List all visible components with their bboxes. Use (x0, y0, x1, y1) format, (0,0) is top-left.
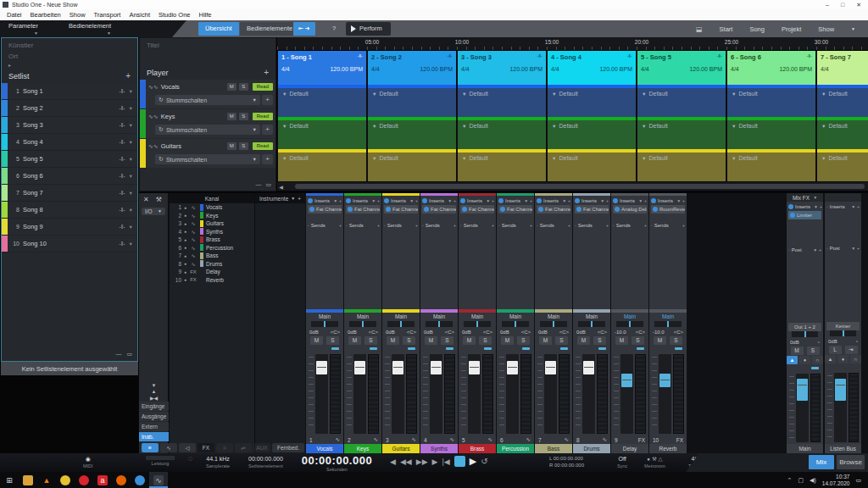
volume-value[interactable]: 0dB (309, 330, 319, 335)
song-io-icon[interactable]: -‖- (120, 156, 129, 162)
patch-selector[interactable]: ▼Default (637, 88, 726, 117)
add-song-button[interactable]: + (125, 71, 131, 80)
song-io-icon[interactable]: -‖- (120, 122, 129, 128)
pan-control[interactable] (792, 331, 818, 337)
add-send-button[interactable]: + (682, 223, 685, 228)
channel-name-plate[interactable]: Keys (344, 444, 381, 453)
mute-button[interactable]: M (227, 83, 236, 91)
solo-button[interactable]: S (807, 347, 820, 355)
chevron-down-icon[interactable]: ▼ (129, 208, 137, 213)
chevron-down-icon[interactable]: ▼ (129, 106, 137, 111)
tab-uebersicht[interactable]: Übersicht (198, 22, 239, 36)
patch-selector[interactable]: ▼Default (548, 120, 636, 149)
patch-selector[interactable]: ▼Default (458, 88, 546, 117)
ort-field[interactable]: Ort (2, 49, 137, 60)
channels-view-button[interactable]: ∿ (160, 443, 177, 452)
solo-button[interactable]: S (239, 113, 248, 120)
pan-control[interactable] (426, 321, 453, 327)
chevron-down-icon[interactable]: ▼ (676, 198, 681, 203)
add-insert-button[interactable]: + (339, 198, 342, 203)
horizontal-scrollbar[interactable]: ◀ (277, 182, 868, 191)
add-insert-button[interactable]: + (415, 198, 418, 203)
inserts-header[interactable]: Inserts ▼ + (459, 196, 496, 205)
volume-value[interactable]: 0dB (538, 330, 548, 335)
perform-button[interactable]: Perform (346, 22, 391, 36)
automation-indicator[interactable] (408, 347, 415, 350)
chevron-down-icon[interactable]: ▼ (371, 198, 376, 203)
solo-button[interactable]: S (239, 142, 248, 150)
inserts-header[interactable]: Inserts ▼ + (306, 196, 343, 205)
power-icon[interactable] (651, 198, 656, 203)
chevron-down-icon[interactable]: ▼ (333, 198, 337, 203)
page-tab-start[interactable]: Start (712, 25, 741, 33)
windows-start-button[interactable]: ⊞ (0, 472, 19, 488)
setlist-item[interactable]: 5 Song 5 -‖- ▼ (2, 151, 137, 168)
chevron-down-icon[interactable]: ▼ (129, 241, 137, 247)
output-device-button[interactable]: Keiner (826, 322, 860, 330)
scrollbar-thumb[interactable] (295, 184, 865, 189)
collapse-up-icon[interactable]: ▲ (139, 389, 169, 394)
channel-name-plate[interactable]: Bass (535, 444, 572, 453)
solo-button[interactable]: S (670, 336, 682, 345)
timeline-song-header[interactable]: 1 - Song 1 -‖- 4/4 120.00 BPM (278, 51, 366, 85)
channel-name-plate[interactable]: Brass (459, 444, 496, 453)
song-io-icon[interactable]: -‖- (120, 190, 129, 196)
chat-icon[interactable]: ▢ (798, 477, 804, 484)
patch-selector[interactable]: ▼Default (727, 152, 815, 181)
add-player-button[interactable]: + (264, 68, 269, 77)
add-instrument-button[interactable]: + (298, 196, 301, 202)
add-insert-button[interactable]: + (377, 198, 380, 203)
fader[interactable] (834, 373, 847, 442)
volume-value[interactable]: 0dB (828, 339, 837, 344)
channel-list-row[interactable]: 3 ● ∿ Guitars (170, 219, 254, 228)
add-insert-button[interactable]: + (492, 198, 494, 203)
page-tab-show[interactable]: Show (810, 25, 842, 33)
volume-value[interactable]: 0dB (386, 330, 395, 335)
patch-selector[interactable]: ▼Default (278, 152, 366, 181)
output-route[interactable]: Main (306, 313, 343, 321)
remote-button[interactable]: Fernbed. (272, 443, 304, 452)
bell-icon[interactable] (56, 472, 75, 488)
add-send-button[interactable]: + (453, 223, 456, 228)
mute-button[interactable]: M (463, 336, 476, 345)
chevron-down-icon[interactable]: ▼ (129, 140, 137, 145)
expand-icon[interactable]: ▸ (2, 60, 137, 68)
channel-name-plate[interactable]: Guitars (382, 444, 420, 453)
volume-value[interactable]: -10.0 (653, 330, 665, 335)
power-icon[interactable] (498, 198, 504, 203)
chevron-down-icon[interactable]: ▼ (600, 198, 604, 203)
power-icon[interactable] (386, 207, 391, 212)
pan-control[interactable] (654, 321, 682, 327)
inserts-header[interactable]: Inserts ▼ + (344, 196, 381, 205)
channel-list-row[interactable]: 10 ● FX Reverb (170, 276, 254, 285)
chevron-down-icon[interactable]: ▼ (409, 198, 414, 203)
wrench-icon[interactable]: ⚒ (156, 196, 162, 203)
avira-icon[interactable]: a (93, 472, 112, 488)
channel-name-plate[interactable]: Main (787, 444, 823, 453)
insert-slot[interactable]: RoomReverb (651, 205, 685, 214)
power-icon[interactable] (308, 198, 313, 203)
read-automation-button[interactable]: Read (253, 142, 273, 150)
timeline-song-header[interactable]: 4 - Song 4 -‖- 4/4 120.00 BPM (548, 51, 636, 85)
maximize-button[interactable]: □ (841, 2, 844, 8)
add-send-button[interactable]: + (606, 223, 609, 228)
zoom-out-button[interactable]: — (115, 351, 121, 358)
fader-cap[interactable] (659, 374, 670, 387)
solo-button[interactable]: S (517, 336, 530, 345)
channel-name-plate[interactable]: Percussion (497, 444, 534, 453)
automation-indicator[interactable] (484, 347, 492, 350)
swap-view-button[interactable]: ⇄ (235, 443, 252, 452)
main-time-display[interactable]: 00:00:00.000 (292, 455, 381, 466)
add-send-button[interactable]: + (492, 223, 494, 228)
read-automation-button[interactable]: Read (253, 113, 273, 120)
fader-cap[interactable] (392, 361, 403, 374)
player-track[interactable]: ∿∿ Vocals M S Read ↻ Stummschalten ▼ (140, 80, 275, 108)
inserts-header[interactable]: ◦ Inserts ▼+ (825, 202, 861, 211)
chevron-down-icon[interactable]: ▼ (448, 198, 452, 203)
output-route[interactable]: Main (344, 313, 381, 321)
insert-slot[interactable]: Fat Channel (460, 205, 494, 214)
cue-arrows-button[interactable]: ⇤ ➜ (293, 22, 315, 36)
timeline-song-header[interactable]: 7 - Song 7 -‖- 4/4 (817, 51, 868, 85)
next-marker-button[interactable]: ▶ (432, 458, 438, 466)
close-button[interactable]: ✕ (856, 2, 861, 8)
